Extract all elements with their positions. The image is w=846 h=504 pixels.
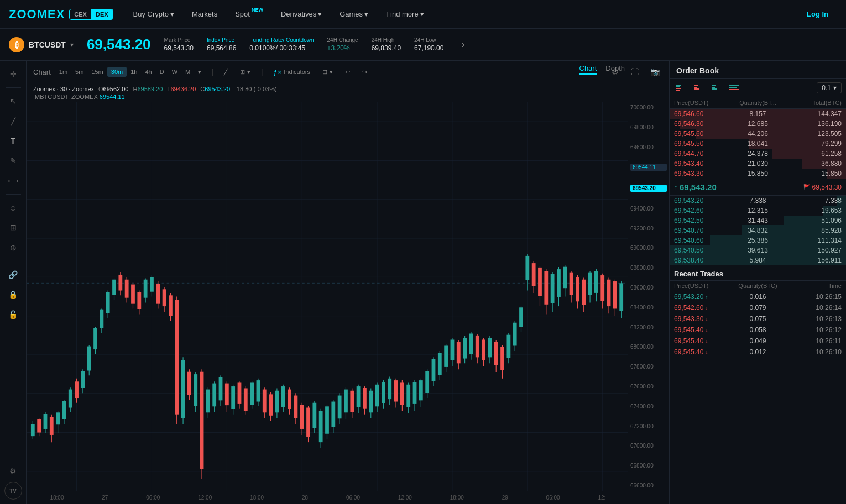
- smile-tool[interactable]: ☺: [4, 199, 22, 217]
- depth-tab[interactable]: Depth: [605, 63, 625, 75]
- ob-view-both[interactable]: [674, 82, 688, 93]
- lock-tool[interactable]: 🔒: [4, 286, 22, 303]
- ob-ask-row[interactable]: 69,545.6044.206123.505: [670, 129, 846, 139]
- rt-trade-row[interactable]: 69,545.40 ↓0.04910:26:11: [670, 335, 846, 347]
- timeframe-4h[interactable]: 4h: [141, 67, 155, 77]
- timeframe-5m[interactable]: 5m: [71, 67, 87, 77]
- line-tool[interactable]: ╱: [4, 112, 22, 130]
- new-badge: NEW: [252, 7, 263, 13]
- ob-view-bids[interactable]: [709, 82, 724, 93]
- change-label: 24H Change: [327, 37, 358, 43]
- chart-type-line[interactable]: ╱: [220, 67, 232, 77]
- rt-trade-row[interactable]: 69,545.40 ↓0.01210:26:10: [670, 347, 846, 358]
- timeframe-1h[interactable]: 1h: [127, 67, 141, 77]
- chart-fullscreen-icon[interactable]: ⛶: [627, 64, 643, 80]
- ob-bid-row[interactable]: 69,542.6012.31519.653: [670, 206, 846, 216]
- cex-button[interactable]: CEX: [70, 9, 91, 19]
- nav-spot[interactable]: Spot NEW: [228, 0, 270, 29]
- svg-rect-96: [269, 394, 273, 415]
- change-value: +3.20%: [327, 44, 358, 52]
- svg-rect-98: [275, 391, 279, 413]
- ob-bid-row[interactable]: 69,543.207.3387.338: [670, 196, 846, 206]
- ob-bid-row[interactable]: 69,540.7034.83285.928: [670, 225, 846, 235]
- nav-find-more[interactable]: Find more ▾: [379, 0, 431, 29]
- lock-tool-2[interactable]: 🔓: [4, 306, 22, 323]
- chart-canvas[interactable]: 70000.00 69800.00 69600.00 69544.11 6954…: [27, 102, 669, 491]
- svg-rect-68: [181, 360, 185, 418]
- chart-label: Chart: [33, 68, 51, 76]
- nav-markets[interactable]: Markets: [185, 0, 224, 29]
- svg-rect-221: [729, 89, 739, 90]
- timeframe-D[interactable]: D: [156, 67, 168, 77]
- ob-ask-row[interactable]: 69,543.4021.03036.880: [670, 159, 846, 169]
- ob-ask-row[interactable]: 69,543.3015.85015.850: [670, 169, 846, 179]
- indicators-button[interactable]: ƒ× Indicators: [269, 66, 314, 78]
- svg-rect-28: [56, 412, 60, 424]
- ruler-tool[interactable]: ⊞: [4, 219, 22, 237]
- dex-button[interactable]: DEX: [91, 9, 113, 19]
- funding-label[interactable]: Funding Rate/ Countdown: [249, 37, 314, 43]
- redo-button[interactable]: ↪: [358, 67, 371, 77]
- svg-rect-196: [582, 280, 586, 305]
- timeframe-15m[interactable]: 15m: [87, 67, 107, 77]
- timeframe-1m[interactable]: 1m: [55, 67, 71, 77]
- ob-ask-row[interactable]: 69,546.608.157144.347: [670, 109, 846, 119]
- settings-tool[interactable]: ⚙: [4, 462, 22, 480]
- symbol-name[interactable]: BTCUSDT: [29, 40, 66, 49]
- symbol-dropdown[interactable]: ▾: [70, 41, 74, 49]
- nav-games[interactable]: Games ▾: [333, 0, 375, 29]
- chart-settings-icon[interactable]: ⊟ ▾: [318, 67, 337, 77]
- low-label: 24H Low: [414, 37, 443, 43]
- svg-rect-58: [150, 277, 154, 291]
- rt-trade-row[interactable]: 69,542.60 ↓0.07910:26:14: [670, 302, 846, 313]
- chart-type-candle[interactable]: ⊞ ▾: [236, 67, 254, 77]
- ob-bid-row[interactable]: 69,540.6025.386111.314: [670, 235, 846, 245]
- undo-button[interactable]: ↩: [341, 67, 354, 77]
- brush-tool[interactable]: ✎: [4, 152, 22, 170]
- crosshair-tool[interactable]: ✛: [4, 65, 22, 83]
- ob-bid-row[interactable]: 69,540.5039.613150.927: [670, 245, 846, 255]
- ticker-scroll-right[interactable]: ›: [461, 39, 464, 50]
- chart-tab[interactable]: Chart: [579, 63, 597, 75]
- pointer-tool[interactable]: ↖: [4, 92, 22, 110]
- timeframe-W[interactable]: W: [168, 67, 181, 77]
- chart-camera-icon[interactable]: 📷: [647, 64, 662, 80]
- svg-rect-22: [37, 419, 41, 432]
- login-button[interactable]: Log In: [798, 10, 837, 18]
- exchange-type-toggle[interactable]: CEX DEX: [69, 9, 113, 20]
- ob-view-asks[interactable]: [692, 82, 706, 93]
- svg-rect-184: [544, 271, 548, 304]
- tool-divider-3: [6, 261, 21, 261]
- svg-rect-124: [357, 386, 361, 407]
- timeframe-M[interactable]: M: [181, 67, 194, 77]
- candlestick-chart: [27, 102, 628, 491]
- ob-bid-row[interactable]: 69,538.405.984156.911: [670, 255, 846, 265]
- svg-rect-202: [600, 275, 604, 301]
- svg-rect-20: [31, 424, 35, 436]
- timeframe-30m[interactable]: 30m: [107, 67, 127, 77]
- rt-trade-row[interactable]: 69,543.30 ↓0.07510:26:13: [670, 313, 846, 324]
- nav-buy-crypto[interactable]: Buy Crypto ▾: [127, 0, 181, 29]
- svg-rect-48: [118, 275, 122, 291]
- ob-ask-row[interactable]: 69,544.7024.37861.258: [670, 149, 846, 159]
- timeframe-more[interactable]: ▾: [194, 67, 205, 77]
- text-tool[interactable]: T: [4, 132, 22, 150]
- chart-toolbar: Chart 1m5m15m30m1h4hDWM▾ | ╱ ⊞ ▾ | ƒ× In…: [27, 61, 669, 83]
- svg-rect-26: [50, 417, 54, 435]
- index-price-label[interactable]: Index Price: [207, 37, 236, 43]
- ob-precision-selector[interactable]: 0.1 ▾: [817, 82, 842, 93]
- rt-trade-row[interactable]: 69,545.40 ↓0.05810:26:12: [670, 324, 846, 335]
- ob-bid-row[interactable]: 69,542.5031.44351.096: [670, 216, 846, 225]
- ob-ask-row[interactable]: 69,546.3012.685136.190: [670, 119, 846, 129]
- nav-derivatives[interactable]: Derivatives ▾: [274, 0, 328, 29]
- ticker-price: 69,543.20: [87, 36, 151, 53]
- svg-rect-108: [306, 408, 310, 437]
- ob-view-aggregated[interactable]: [727, 82, 741, 93]
- magnet-tool[interactable]: 🔗: [4, 266, 22, 284]
- svg-rect-56: [144, 280, 148, 298]
- svg-rect-82: [225, 384, 229, 406]
- ob-ask-row[interactable]: 69,545.5018.04179.299: [670, 139, 846, 149]
- rt-trade-row[interactable]: 69,543.20 ↑0.01610:26:15: [670, 291, 846, 302]
- zoom-tool[interactable]: ⊕: [4, 239, 22, 256]
- measure-tool[interactable]: ⟷: [4, 172, 22, 190]
